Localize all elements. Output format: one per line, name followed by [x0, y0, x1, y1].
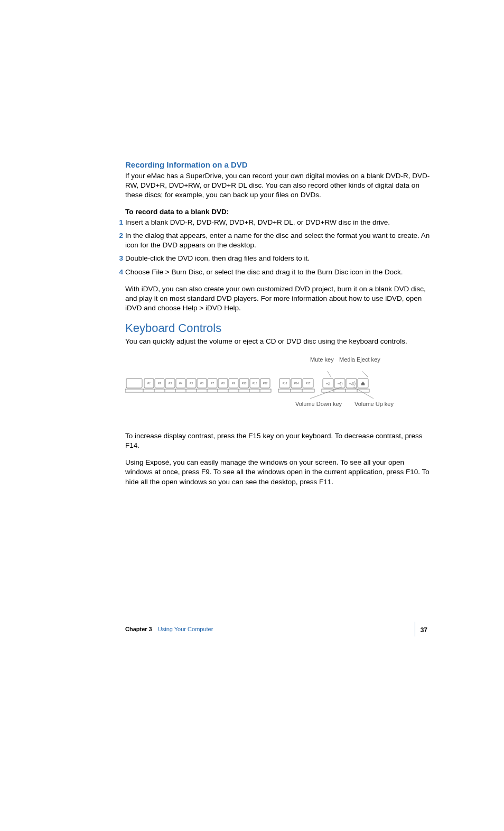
- step-1: 1Insert a blank DVD-R, DVD-RW, DVD+R, DV…: [118, 218, 432, 227]
- svg-line-3: [353, 387, 374, 399]
- subheading-recording: Recording Information on a DVD: [125, 160, 432, 169]
- svg-text:F6: F6: [200, 382, 203, 385]
- page-footer: Chapter 3 Using Your Computer: [125, 626, 213, 632]
- contrast-para: To increase display contrast, press the …: [125, 431, 432, 450]
- label-volume-up-key: Volume Up key: [354, 401, 394, 407]
- footer-divider: [415, 622, 415, 636]
- svg-text:F1: F1: [147, 382, 151, 385]
- svg-text:F10: F10: [242, 382, 247, 385]
- svg-line-1: [358, 371, 368, 377]
- step-3: 3Double-click the DVD icon, then drag fi…: [118, 254, 432, 263]
- footer-chapter-title: Using Your Computer: [158, 626, 213, 632]
- step-text: Choose File > Burn Disc, or select the d…: [125, 268, 403, 276]
- step-num: 3: [118, 254, 123, 263]
- svg-text:F12: F12: [263, 382, 268, 385]
- svg-text:F15: F15: [306, 382, 311, 385]
- svg-text:F13: F13: [283, 382, 287, 385]
- intro-para-1: If your eMac has a SuperDrive, you can r…: [125, 171, 432, 200]
- page-content: Recording Information on a DVD If your e…: [125, 160, 432, 494]
- step-text: In the dialog that appears, enter a name…: [125, 232, 430, 249]
- svg-rect-59: [361, 384, 365, 385]
- keyboard-intro: You can quickly adjust the volume or eje…: [125, 337, 432, 346]
- svg-text:F7: F7: [211, 382, 214, 385]
- svg-text:F2: F2: [158, 382, 161, 385]
- step-text: Insert a blank DVD-R, DVD-RW, DVD+R, DVD…: [125, 218, 390, 226]
- label-mute-key: Mute key: [310, 356, 334, 363]
- footer-chapter: Chapter 3: [125, 626, 152, 632]
- keyboard-diagram: Mute key Media Eject key: [125, 356, 432, 420]
- page-number: 37: [421, 626, 427, 634]
- keyboard-row-illustration: F1F2F3 F4F5F6 F7F8F9 F10F11F12 F13F14F15: [125, 371, 389, 399]
- svg-line-0: [325, 371, 331, 377]
- svg-rect-4: [126, 378, 142, 388]
- step-4: 4Choose File > Burn Disc, or select the …: [118, 267, 432, 277]
- step-2: 2In the dialog that appears, enter a nam…: [118, 231, 432, 250]
- svg-text:F4: F4: [179, 382, 182, 385]
- outro-para: With iDVD, you can also create your own …: [125, 284, 432, 313]
- svg-text:F5: F5: [190, 382, 193, 385]
- step-num: 2: [118, 231, 123, 241]
- svg-text:F3: F3: [169, 382, 172, 385]
- section-heading-keyboard: Keyboard Controls: [125, 321, 432, 335]
- steps-list: 1Insert a blank DVD-R, DVD-RW, DVD+R, DV…: [125, 218, 432, 277]
- svg-line-2: [310, 387, 342, 399]
- expose-para: Using Exposé, you can easily manage the …: [125, 458, 432, 487]
- svg-rect-45: [278, 389, 314, 392]
- step-num: 1: [118, 218, 123, 227]
- svg-text:F8: F8: [221, 382, 225, 385]
- svg-text:F14: F14: [294, 382, 299, 385]
- instruction-heading: To record data to a blank DVD:: [125, 208, 432, 216]
- step-num: 4: [118, 267, 123, 277]
- svg-text:F11: F11: [253, 382, 257, 385]
- label-media-eject-key: Media Eject key: [339, 356, 380, 363]
- svg-text:F9: F9: [232, 382, 235, 385]
- label-volume-down-key: Volume Down key: [295, 401, 342, 407]
- step-text: Double-click the DVD icon, then drag fil…: [125, 254, 310, 262]
